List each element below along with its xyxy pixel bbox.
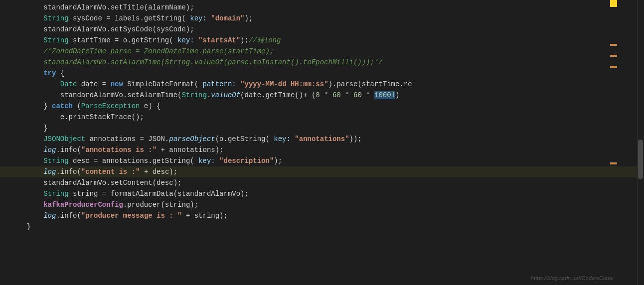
scrollbar[interactable] — [637, 0, 644, 285]
type-span-2: String — [43, 36, 68, 44]
comment-2: /*ZonedDateTime parse = ZonedDateTime.pa… — [43, 47, 274, 55]
valueof-method: valueOf — [211, 91, 240, 99]
line-content-6: standardAlarmVo.setAlarmTime(String.valu… — [0, 57, 644, 68]
line-content-3: standardAlarmVo.setSysCode(sysCode); — [0, 24, 644, 35]
type-parseexception: ParseException — [81, 102, 140, 110]
code-lines: standardAlarmVo.setTitle(alarmName); Str… — [0, 0, 644, 234]
log-ref-1: log — [43, 146, 56, 154]
line-content-8: Date date = new SimpleDateFormat( patter… — [0, 79, 644, 90]
log-ref-2: log — [43, 168, 56, 176]
line-content-17: standardAlarmVo.setContent(desc); — [0, 177, 644, 188]
string-annotations: "annotations" — [295, 135, 349, 143]
type-date: Date — [60, 80, 77, 88]
param-hint-key-4: key: — [198, 157, 215, 165]
string-domain: "domain" — [211, 14, 244, 22]
string-description: "description" — [219, 157, 274, 165]
line-content-1: standardAlarmVo.setTitle(alarmName); — [0, 2, 644, 13]
param-hint-key-2: key: — [177, 36, 194, 44]
comment-1: //转long — [249, 36, 281, 44]
line-content-18: String string = formatAlarmData(standard… — [0, 188, 644, 199]
line-content-9: standardAlarmVo.setAlarmTime(String.valu… — [0, 90, 644, 101]
line-content-14: log.info("annotations is :" + annotation… — [0, 144, 644, 155]
code-line-2: String sysCode = labels.getString( key: … — [0, 13, 644, 24]
string-content-log: "content is :" — [81, 168, 140, 176]
code-line-7: try { — [0, 68, 644, 79]
code-line-21: } — [0, 221, 644, 232]
num-8: 8 — [316, 91, 320, 99]
code-line-10: } catch (ParseException e) { — [0, 101, 644, 112]
log-ref-3: log — [43, 212, 56, 220]
code-line-5: /*ZonedDateTime parse = ZonedDateTime.pa… — [0, 46, 644, 57]
line-content-7: try { — [0, 68, 644, 79]
code-line-14: log.info("annotations is :" + annotation… — [0, 144, 644, 155]
num-1000l: 1000l — [374, 91, 395, 99]
code-line-16: log.info("content is :" + desc); — [0, 166, 644, 177]
code-line-11: e.printStackTrace(); — [0, 112, 644, 123]
code-line-6: standardAlarmVo.setAlarmTime(String.valu… — [0, 57, 644, 68]
type-span: String — [43, 14, 68, 22]
keyword-catch: catch — [52, 102, 73, 110]
line-content-4: String startTime = o.getString( key: "st… — [0, 35, 644, 46]
code-line-9: standardAlarmVo.setAlarmTime(String.valu… — [0, 90, 644, 101]
string-producer-log: "producer message is : " — [81, 212, 182, 220]
string-startsat: "startsAt" — [198, 36, 240, 44]
code-line-1: standardAlarmVo.setTitle(alarmName); — [0, 2, 644, 13]
scrollbar-thumb[interactable] — [638, 140, 643, 179]
param-hint-key: key: — [190, 14, 207, 22]
code-line-4: String startTime = o.getString( key: "st… — [0, 35, 644, 46]
keyword-new: new — [111, 80, 123, 88]
num-60: 60 — [332, 91, 341, 99]
parseobject-method: parseObject — [169, 135, 215, 143]
code-line-3: standardAlarmVo.setSysCode(sysCode); — [0, 24, 644, 35]
code-line-15: String desc = annotations.getString( key… — [0, 155, 644, 166]
line-content-12: } — [0, 123, 644, 134]
kafka-producer-config: kafkaProducerConfig — [43, 201, 123, 209]
code-line-18: String string = formatAlarmData(standard… — [0, 188, 644, 199]
code-line-13: JSONObject annotations = JSON.parseObjec… — [0, 134, 644, 144]
line-content-15: String desc = annotations.getString( key… — [0, 155, 644, 166]
param-hint-pattern: pattern: — [203, 80, 236, 88]
comment-3: standardAlarmVo.setAlarmTime(String.valu… — [43, 58, 383, 66]
code-area: standardAlarmVo.setTitle(alarmName); Str… — [0, 0, 644, 285]
line-content-16: log.info("content is :" + desc); — [0, 166, 644, 177]
line-content-13: JSONObject annotations = JSON.parseObjec… — [0, 134, 644, 144]
watermark: https://blog.csdn.net/CodersCoder — [531, 275, 614, 281]
code-editor: standardAlarmVo.setTitle(alarmName); Str… — [0, 0, 644, 285]
line-content-21: } — [0, 221, 644, 232]
type-string-3: String — [43, 190, 68, 198]
string-annotations-log: "annotations is :" — [81, 146, 157, 154]
code-line-8: Date date = new SimpleDateFormat( patter… — [0, 79, 644, 90]
line-content-11: e.printStackTrace(); — [0, 112, 644, 123]
keyword-try: try — [43, 69, 56, 77]
line-content-20: log.info("producer message is : " + stri… — [0, 210, 644, 221]
string-pattern: "yyyy-MM-dd HH:mm:ss" — [240, 80, 328, 88]
line-content-5: /*ZonedDateTime parse = ZonedDateTime.pa… — [0, 46, 644, 57]
line-content-2: String sysCode = labels.getString( key: … — [0, 13, 644, 24]
num-60-2: 60 — [353, 91, 362, 99]
line-content-10: } catch (ParseException e) { — [0, 101, 644, 112]
type-jsonobject: JSONObject — [43, 135, 85, 143]
type-string-2: String — [43, 157, 68, 165]
line-content-19: kafkaProducerConfig.producer(string); — [0, 199, 644, 210]
code-line-19: kafkaProducerConfig.producer(string); — [0, 199, 644, 210]
param-hint-key-3: key: — [274, 135, 291, 143]
code-line-12: } — [0, 123, 644, 134]
code-line-20: log.info("producer message is : " + stri… — [0, 210, 644, 221]
type-string: String — [181, 91, 206, 99]
code-line-17: standardAlarmVo.setContent(desc); — [0, 177, 644, 188]
